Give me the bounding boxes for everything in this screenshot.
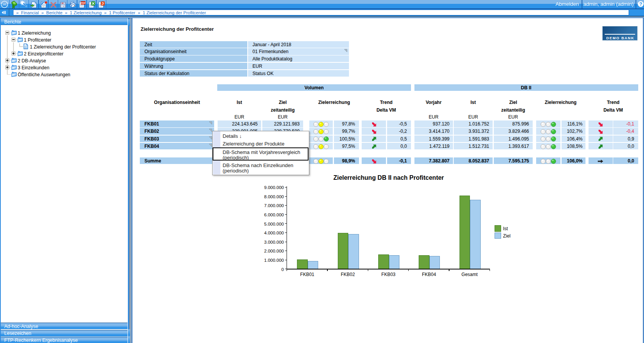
svg-text:PDF: PDF: [81, 2, 86, 4]
svg-text:zeb: zeb: [2, 3, 7, 6]
